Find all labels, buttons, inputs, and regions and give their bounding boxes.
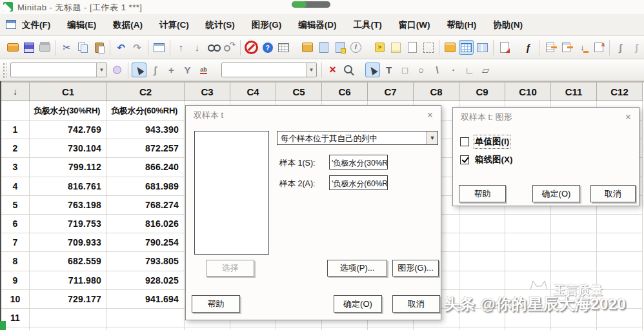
- variable-name-cell-C1[interactable]: 负极水分(30%RH): [30, 101, 107, 121]
- row-number[interactable]: 8: [1, 252, 30, 271]
- row-number[interactable]: 3: [1, 158, 30, 177]
- cell-C1-row1[interactable]: 742.769: [30, 121, 107, 139]
- cell-C4-row12[interactable]: [230, 327, 276, 330]
- graph-item-combo[interactable]: ▼: [221, 63, 317, 77]
- dialog-title-bar[interactable]: 双样本 t ×: [186, 106, 441, 125]
- delete-item-icon[interactable]: ×: [325, 63, 340, 77]
- cancel-button[interactable]: 取消: [590, 185, 636, 202]
- cell-C12-row9[interactable]: [597, 271, 643, 290]
- column-header-C11[interactable]: C11: [551, 82, 597, 101]
- cancel-icon[interactable]: [244, 40, 259, 55]
- column-header-C9[interactable]: C9: [459, 82, 505, 101]
- undo-icon[interactable]: ↶: [114, 40, 128, 55]
- cell-C1-row10[interactable]: 729.177: [30, 290, 107, 309]
- cell-C12-row6[interactable]: [597, 215, 643, 233]
- column-header-C5[interactable]: C5: [276, 82, 322, 101]
- samples-layout-dropdown[interactable]: 每个样本位于其自己的列中 ▼: [277, 131, 438, 145]
- menu-item-5[interactable]: 统计(S): [206, 19, 235, 31]
- chevron-down-icon[interactable]: ▼: [96, 63, 106, 77]
- recode-icon[interactable]: [591, 40, 606, 55]
- open-file-icon[interactable]: [5, 40, 20, 55]
- boxplot-checkbox[interactable]: [460, 155, 469, 164]
- cell-C12-row12[interactable]: [597, 327, 643, 330]
- worksheet-direction-arrow[interactable]: ↓: [1, 82, 30, 101]
- find-next-icon[interactable]: [222, 40, 237, 55]
- cell-C9-row7[interactable]: [459, 233, 505, 252]
- menu-item-1[interactable]: 文件(F): [22, 19, 50, 31]
- variable-name-row-header[interactable]: [1, 101, 30, 121]
- cell-C2-row8[interactable]: 793.805: [107, 252, 185, 271]
- show-graphs-folder-icon[interactable]: [332, 40, 347, 55]
- cell-C2-row6[interactable]: 816.026: [107, 215, 185, 233]
- cell-C2-row7[interactable]: 790.254: [107, 233, 185, 252]
- cell-C7-row12[interactable]: [368, 327, 414, 330]
- previous-command-icon[interactable]: ↑: [174, 40, 188, 55]
- probability-curve-icon[interactable]: ∫: [629, 40, 644, 55]
- cell-C1-row12[interactable]: [30, 327, 107, 330]
- child-window-icon[interactable]: [6, 20, 16, 29]
- brush-points-icon[interactable]: Y: [180, 63, 195, 77]
- cell-C1-row2[interactable]: 730.104: [30, 139, 107, 158]
- cut-icon[interactable]: ✂: [59, 40, 74, 55]
- ok-button[interactable]: 确定(O): [334, 295, 382, 313]
- column-header-C6[interactable]: C6: [322, 82, 368, 101]
- graph-annotation-icon[interactable]: [421, 40, 436, 55]
- cell-C1-row6[interactable]: 719.753: [30, 215, 107, 233]
- save-icon[interactable]: [21, 40, 36, 55]
- menu-item-9[interactable]: 窗口(W): [399, 19, 430, 31]
- cell-C2-row3[interactable]: 866.240: [107, 158, 185, 177]
- column-header-C7[interactable]: C7: [368, 82, 414, 101]
- cell-C11-row6[interactable]: [551, 215, 597, 233]
- row-number[interactable]: 7: [1, 233, 30, 252]
- close-icon[interactable]: ×: [625, 112, 631, 122]
- annotation-ellipse-icon[interactable]: ○: [414, 63, 428, 77]
- row-number[interactable]: 1: [1, 121, 30, 139]
- help-button[interactable]: 帮助: [459, 185, 506, 202]
- cell-C1-row11[interactable]: [30, 309, 107, 327]
- cell-C3-row12[interactable]: [185, 327, 230, 330]
- statguide-icon[interactable]: [276, 40, 291, 55]
- annotation-line-icon[interactable]: \: [430, 63, 445, 77]
- close-icon[interactable]: ×: [427, 110, 433, 121]
- ok-button[interactable]: 确定(O): [532, 185, 580, 202]
- crosshair-icon[interactable]: +: [164, 63, 179, 77]
- cell-C1-row5[interactable]: 763.198: [30, 196, 107, 215]
- chevron-down-icon[interactable]: ▼: [306, 63, 316, 77]
- manage-graphs-icon[interactable]: [475, 40, 490, 55]
- sample2-field[interactable]: '负极水分(60%RH: [329, 175, 388, 190]
- cell-C6-row12[interactable]: [322, 327, 368, 330]
- copy-icon[interactable]: [75, 40, 90, 55]
- cell-C11-row12[interactable]: [551, 327, 597, 330]
- standardize-icon[interactable]: [575, 40, 590, 55]
- column-header-C1[interactable]: C1: [30, 82, 107, 101]
- cell-C2-row5[interactable]: 768.274: [107, 196, 185, 215]
- show-worksheets-folder-icon[interactable]: [316, 40, 331, 55]
- chevron-down-icon[interactable]: ▼: [427, 131, 438, 144]
- show-history-icon[interactable]: [372, 40, 387, 55]
- menu-item-2[interactable]: 编辑(E): [67, 19, 96, 31]
- column-header-C2[interactable]: C2: [107, 82, 185, 101]
- cell-C2-row2[interactable]: 872.257: [107, 139, 185, 158]
- show-reportpad-icon[interactable]: [388, 40, 403, 55]
- select-mode-icon[interactable]: [132, 63, 146, 77]
- graphs-button[interactable]: 图形(G)...: [392, 260, 439, 277]
- cancel-button[interactable]: 取消: [392, 295, 440, 313]
- column-header-C3[interactable]: C3: [185, 82, 230, 101]
- cell-C2-row10[interactable]: 941.694: [107, 290, 185, 309]
- cell-C2-row11[interactable]: [107, 309, 185, 327]
- cell-C12-row8[interactable]: [597, 252, 643, 271]
- paste-icon[interactable]: [92, 40, 106, 55]
- help-button[interactable]: 帮助: [192, 295, 240, 313]
- cell-C9-row6[interactable]: [459, 215, 505, 233]
- next-command-icon[interactable]: ↓: [190, 40, 205, 55]
- sample1-field[interactable]: '负极水分(30%RH: [329, 155, 388, 170]
- cell-C12-row7[interactable]: [597, 233, 643, 252]
- help-icon[interactable]: [260, 40, 275, 55]
- annotation-rectangle-icon[interactable]: □: [397, 63, 412, 77]
- cell-C11-row8[interactable]: [551, 252, 597, 271]
- column-header-C8[interactable]: C8: [414, 82, 459, 101]
- edit-curve-icon[interactable]: ∫: [148, 63, 163, 77]
- cell-C10-row12[interactable]: [505, 327, 551, 330]
- column-header-C4[interactable]: C4: [230, 82, 276, 101]
- options-button[interactable]: 选项(P)...: [327, 260, 387, 277]
